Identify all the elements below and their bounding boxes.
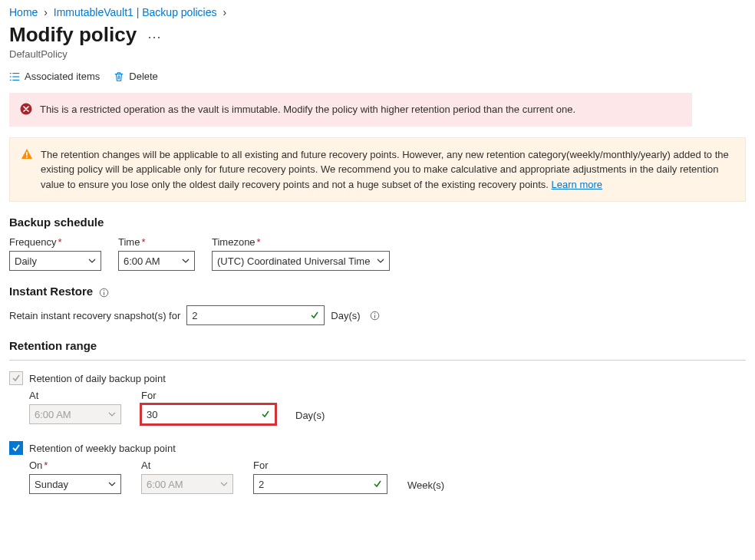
list-icon xyxy=(9,71,20,82)
learn-more-link[interactable]: Learn more xyxy=(552,179,602,190)
error-icon xyxy=(20,103,32,117)
info-icon[interactable] xyxy=(370,311,380,321)
weekly-retention-checkbox[interactable]: Retention of weekly backup point xyxy=(9,441,176,455)
page-subtitle: DefaultPolicy xyxy=(9,48,746,60)
backup-schedule-heading: Backup schedule xyxy=(9,216,746,229)
warning-icon xyxy=(21,148,33,193)
time-label: Time* xyxy=(118,236,195,248)
instant-retain-field[interactable] xyxy=(192,310,319,321)
weekly-for-label: For xyxy=(253,460,387,471)
weekly-retention-label: Retention of weekly backup point xyxy=(29,443,176,454)
weekly-at-label: At xyxy=(141,460,233,471)
delete-label: Delete xyxy=(129,71,158,82)
warning-banner: The retention changes will be applicable… xyxy=(9,137,746,203)
chevron-down-icon xyxy=(377,257,384,265)
daily-retention-checkbox: Retention of daily backup point xyxy=(9,371,166,385)
toolbar: Associated items Delete xyxy=(9,71,746,82)
chevron-right-icon: › xyxy=(41,6,51,18)
checkmark-icon xyxy=(310,311,319,320)
weekly-on-value: Sunday xyxy=(35,479,68,490)
chevron-down-icon xyxy=(182,257,190,265)
weekly-for-unit: Week(s) xyxy=(407,479,444,491)
frequency-value: Daily xyxy=(15,255,37,267)
more-actions-button[interactable]: ⋯ xyxy=(147,30,161,47)
page-title: Modify policy xyxy=(9,23,137,47)
checkbox-icon xyxy=(9,371,23,385)
timezone-value: (UTC) Coordinated Universal Time xyxy=(217,255,370,267)
timezone-label: Timezone* xyxy=(212,236,390,248)
frequency-label: Frequency* xyxy=(9,236,101,248)
instant-restore-heading: Instant Restore xyxy=(9,285,746,298)
daily-at-label: At xyxy=(29,390,121,401)
instant-retain-label: Retain instant recovery snapshot(s) for xyxy=(9,310,180,321)
daily-retention-label: Retention of daily backup point xyxy=(29,373,166,384)
weekly-on-select[interactable]: Sunday xyxy=(29,474,121,494)
chevron-down-icon xyxy=(108,410,116,418)
trash-icon xyxy=(114,71,124,82)
daily-for-unit: Day(s) xyxy=(295,410,325,421)
retention-range-heading: Retention range xyxy=(9,339,746,352)
breadcrumb-home[interactable]: Home xyxy=(9,6,38,18)
warning-banner-text: The retention changes will be applicable… xyxy=(41,149,729,190)
daily-for-label: For xyxy=(141,390,275,401)
daily-for-input[interactable] xyxy=(141,404,275,424)
chevron-down-icon xyxy=(108,480,116,488)
error-banner: This is a restricted operation as the va… xyxy=(9,93,692,127)
svg-rect-9 xyxy=(26,152,28,156)
instant-retain-unit: Day(s) xyxy=(331,310,360,321)
svg-point-16 xyxy=(374,313,374,314)
timezone-select[interactable]: (UTC) Coordinated Universal Time xyxy=(212,251,390,271)
weekly-at-select: 6:00 AM xyxy=(141,474,233,494)
svg-point-13 xyxy=(104,290,104,291)
divider xyxy=(9,360,746,361)
checkmark-icon xyxy=(373,479,382,489)
chevron-down-icon xyxy=(88,257,96,265)
associated-items-label: Associated items xyxy=(25,71,100,82)
frequency-select[interactable]: Daily xyxy=(9,251,101,271)
checkmark-icon xyxy=(261,410,270,419)
info-icon[interactable] xyxy=(99,288,109,298)
time-select[interactable]: 6:00 AM xyxy=(118,251,195,271)
error-banner-text: This is a restricted operation as the va… xyxy=(40,102,681,117)
time-value: 6:00 AM xyxy=(124,255,160,267)
breadcrumb: Home › ImmutableVault1 | Backup policies… xyxy=(9,6,746,18)
chevron-down-icon xyxy=(220,480,228,488)
daily-for-field[interactable] xyxy=(147,409,270,420)
svg-rect-10 xyxy=(26,156,28,158)
weekly-for-input[interactable] xyxy=(253,474,387,494)
weekly-at-value: 6:00 AM xyxy=(147,479,183,490)
chevron-right-icon: › xyxy=(219,6,229,18)
weekly-for-field[interactable] xyxy=(259,479,382,490)
breadcrumb-vault[interactable]: ImmutableVault1 | Backup policies xyxy=(54,6,217,18)
daily-at-select: 6:00 AM xyxy=(29,404,121,424)
delete-button[interactable]: Delete xyxy=(114,71,158,82)
checkbox-icon xyxy=(9,441,23,455)
weekly-on-label: On* xyxy=(29,460,121,471)
associated-items-button[interactable]: Associated items xyxy=(9,71,100,82)
daily-at-value: 6:00 AM xyxy=(35,409,71,420)
instant-retain-input[interactable] xyxy=(186,305,325,325)
